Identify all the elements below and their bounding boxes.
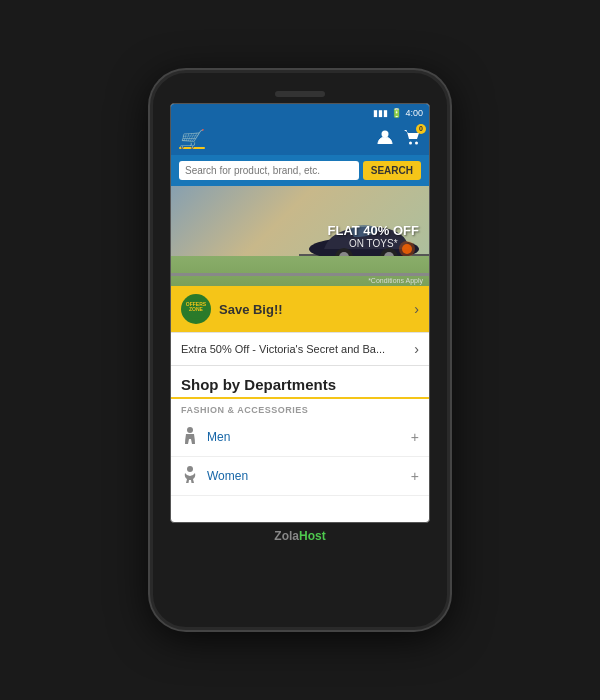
dept-item-women[interactable]: Women + (171, 457, 429, 496)
category-label: FASHION & ACCESSORIES (171, 399, 429, 418)
brand-colored: Host (299, 529, 326, 543)
section-title-row: Shop by Departments (171, 366, 429, 399)
brand-label: ZolaHost (274, 529, 325, 543)
save-big-row[interactable]: OFFERS ZONE Save Big!! › (171, 286, 429, 333)
women-icon (181, 465, 199, 487)
time-display: 4:00 (405, 108, 423, 118)
road-line (171, 273, 429, 276)
phone-bottom: ZolaHost (274, 529, 325, 543)
search-bar: SEARCH (171, 155, 429, 186)
offers-circle: OFFERS ZONE (181, 294, 211, 324)
battery-icon: 🔋 (391, 108, 402, 118)
phone-top (159, 91, 441, 97)
search-input[interactable] (179, 161, 359, 180)
speaker (275, 91, 325, 97)
bottom-nav-bar: ◁ △ ▭ (171, 522, 430, 523)
svg-point-16 (187, 466, 193, 472)
app-header: 🛒 (171, 122, 429, 155)
banner-disclaimer: *Conditions Apply (368, 277, 423, 284)
dept-plus-men: + (411, 429, 419, 445)
status-icons: ▮▮▮ 🔋 4:00 (373, 108, 423, 118)
promo-banner: FLAT 40% OFF ON TOYS* *Conditions Apply (171, 186, 429, 286)
extra-offer-row[interactable]: Extra 50% Off - Victoria's Secret and Ba… (171, 333, 429, 366)
extra-offer-chevron: › (414, 341, 419, 357)
banner-line1: FLAT 40% OFF (328, 223, 419, 238)
phone-screen: ▮▮▮ 🔋 4:00 🛒 (170, 103, 430, 523)
user-icon[interactable] (377, 129, 393, 149)
status-bar: ▮▮▮ 🔋 4:00 (171, 104, 429, 122)
dept-plus-women: + (411, 468, 419, 484)
save-big-chevron: › (414, 301, 419, 317)
cart-icon[interactable]: 0 (403, 129, 421, 149)
screen-content[interactable]: ▮▮▮ 🔋 4:00 🛒 (171, 104, 429, 522)
app-logo: 🛒 (179, 128, 205, 149)
dept-name-men: Men (207, 430, 411, 444)
svg-text:ZONE: ZONE (189, 306, 204, 312)
dept-name-women: Women (207, 469, 411, 483)
section-title: Shop by Departments (181, 376, 419, 393)
svg-point-0 (382, 130, 389, 137)
signal-icon: ▮▮▮ (373, 108, 388, 118)
search-button[interactable]: SEARCH (363, 161, 421, 180)
banner-line2: ON TOYS* (328, 238, 419, 249)
header-icons: 0 (377, 129, 421, 149)
svg-point-15 (187, 427, 193, 433)
save-big-label: Save Big!! (219, 302, 414, 317)
svg-point-2 (415, 141, 418, 144)
banner-text: FLAT 40% OFF ON TOYS* (328, 223, 419, 249)
dept-item-men[interactable]: Men + (171, 418, 429, 457)
men-icon (181, 426, 199, 448)
phone-frame: ▮▮▮ 🔋 4:00 🛒 (150, 70, 450, 630)
svg-point-1 (409, 141, 412, 144)
extra-offer-text: Extra 50% Off - Victoria's Secret and Ba… (181, 343, 414, 355)
cart-badge: 0 (416, 124, 426, 134)
